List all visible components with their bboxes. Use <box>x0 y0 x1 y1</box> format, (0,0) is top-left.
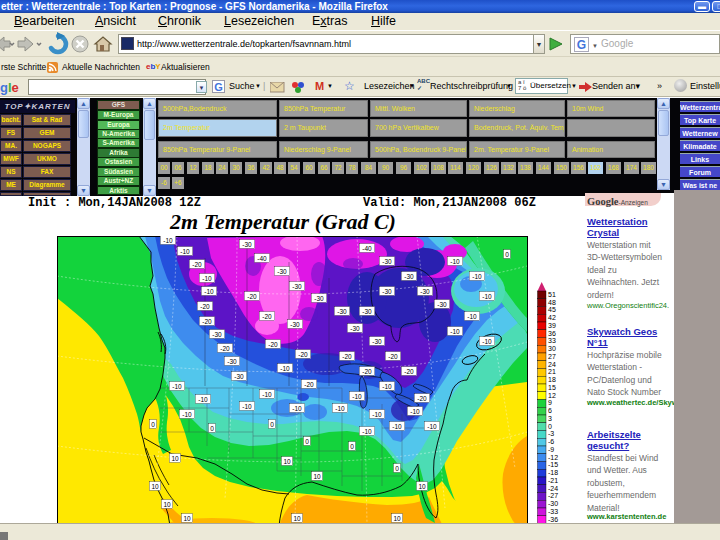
svg-text:0: 0 <box>350 443 354 450</box>
svg-text:36: 36 <box>548 330 556 337</box>
svg-text:12: 12 <box>548 392 556 399</box>
svg-text:-10: -10 <box>242 403 252 410</box>
svg-text:51: 51 <box>548 291 556 298</box>
svg-text:-15: -15 <box>548 461 558 468</box>
svg-text:-10: -10 <box>450 258 460 265</box>
svg-text:10: 10 <box>393 515 401 522</box>
svg-text:33: 33 <box>548 337 556 344</box>
svg-text:0: 0 <box>210 425 214 432</box>
svg-text:0: 0 <box>270 421 274 428</box>
svg-text:10: 10 <box>418 483 426 490</box>
svg-text:-30: -30 <box>382 258 392 265</box>
svg-text:-30: -30 <box>292 283 302 290</box>
svg-text:-20: -20 <box>304 381 314 388</box>
svg-text:-3: -3 <box>548 430 554 437</box>
svg-text:-10: -10 <box>163 237 173 244</box>
svg-text:10: 10 <box>151 483 159 490</box>
svg-text:10: 10 <box>293 515 301 522</box>
svg-text:-20: -20 <box>362 368 372 375</box>
svg-text:-10: -10 <box>392 423 402 430</box>
svg-text:-10: -10 <box>472 273 482 280</box>
svg-text:-30: -30 <box>314 295 324 302</box>
svg-text:21: 21 <box>548 368 556 375</box>
svg-text:42: 42 <box>548 314 556 321</box>
svg-text:-10: -10 <box>467 313 477 320</box>
svg-text:-10: -10 <box>292 405 302 412</box>
svg-text:24: 24 <box>548 361 556 368</box>
svg-text:0: 0 <box>305 438 309 445</box>
svg-text:-20: -20 <box>247 293 257 300</box>
svg-text:-30: -30 <box>337 308 347 315</box>
svg-text:10: 10 <box>171 455 179 462</box>
svg-text:-10: -10 <box>352 393 362 400</box>
svg-text:-24: -24 <box>548 485 558 492</box>
svg-text:30: 30 <box>548 345 556 352</box>
svg-text:10: 10 <box>183 515 191 522</box>
svg-text:0: 0 <box>505 251 509 258</box>
svg-text:-10: -10 <box>372 411 382 418</box>
svg-text:-10: -10 <box>450 328 460 335</box>
svg-text:-9: -9 <box>548 446 554 453</box>
svg-text:-10: -10 <box>172 383 182 390</box>
svg-text:-30: -30 <box>350 325 360 332</box>
svg-text:-10: -10 <box>182 411 192 418</box>
svg-text:-10: -10 <box>482 293 492 300</box>
svg-text:48: 48 <box>548 299 556 306</box>
svg-text:0: 0 <box>395 465 399 472</box>
svg-text:18: 18 <box>548 376 556 383</box>
svg-text:10: 10 <box>283 458 291 465</box>
svg-text:-20: -20 <box>200 303 210 310</box>
svg-text:6: 6 <box>548 407 552 414</box>
svg-text:-30: -30 <box>212 331 222 338</box>
svg-text:-30: -30 <box>242 241 252 248</box>
svg-text:-18: -18 <box>548 469 558 476</box>
svg-text:-30: -30 <box>420 288 430 295</box>
svg-text:-10: -10 <box>410 408 420 415</box>
svg-text:-36: -36 <box>548 516 558 523</box>
svg-text:0: 0 <box>151 421 155 428</box>
svg-text:45: 45 <box>548 306 556 313</box>
svg-text:0: 0 <box>548 423 552 430</box>
svg-text:-33: -33 <box>548 508 558 515</box>
svg-text:10: 10 <box>163 501 171 508</box>
svg-text:-30: -30 <box>227 358 237 365</box>
svg-text:-10: -10 <box>382 383 392 390</box>
svg-text:3: 3 <box>548 415 552 422</box>
svg-text:-10: -10 <box>262 391 272 398</box>
svg-text:-27: -27 <box>548 492 558 499</box>
svg-text:-20: -20 <box>202 318 212 325</box>
svg-text:-10: -10 <box>482 338 492 345</box>
svg-text:-10: -10 <box>198 396 208 403</box>
svg-text:9: 9 <box>548 399 552 406</box>
svg-text:-30: -30 <box>548 500 558 507</box>
svg-text:-20: -20 <box>220 345 230 352</box>
svg-text:-10: -10 <box>202 275 212 282</box>
svg-text:-10: -10 <box>204 288 214 295</box>
svg-text:-30: -30 <box>362 308 372 315</box>
svg-text:-20: -20 <box>268 341 278 348</box>
svg-text:-10: -10 <box>362 428 372 435</box>
svg-text:-20: -20 <box>404 368 414 375</box>
svg-text:-30: -30 <box>404 273 414 280</box>
svg-text:27: 27 <box>548 353 556 360</box>
svg-text:-30: -30 <box>437 301 447 308</box>
svg-text:-20: -20 <box>262 313 272 320</box>
svg-text:-30: -30 <box>372 338 382 345</box>
svg-text:10: 10 <box>313 473 321 480</box>
svg-text:-20: -20 <box>298 351 308 358</box>
svg-text:-12: -12 <box>548 454 558 461</box>
svg-text:-30: -30 <box>234 373 244 380</box>
svg-text:-10: -10 <box>280 365 290 372</box>
svg-text:-40: -40 <box>362 245 372 252</box>
svg-text:-30: -30 <box>382 288 392 295</box>
svg-text:-6: -6 <box>548 438 554 445</box>
svg-text:-10: -10 <box>335 405 345 412</box>
svg-text:-30: -30 <box>277 268 287 275</box>
svg-text:39: 39 <box>548 322 556 329</box>
svg-text:-20: -20 <box>388 353 398 360</box>
svg-text:-10: -10 <box>427 423 437 430</box>
svg-text:-20: -20 <box>342 353 352 360</box>
svg-text:15: 15 <box>548 384 556 391</box>
svg-text:-20: -20 <box>192 261 202 268</box>
svg-text:-20: -20 <box>417 395 427 402</box>
